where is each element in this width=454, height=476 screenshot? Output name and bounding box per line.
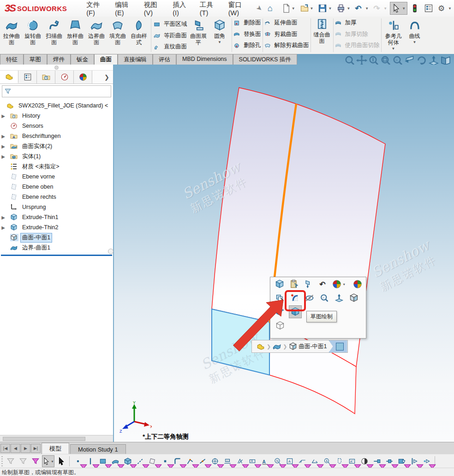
redo-button[interactable]: ↷▼ (371, 2, 389, 15)
pan-icon[interactable] (356, 55, 367, 64)
ribbon-button-删除面[interactable]: ×删除面 (233, 18, 261, 28)
filter-connection-points-button[interactable] (371, 456, 382, 467)
zoom-in-out-icon[interactable] (368, 55, 379, 64)
ribbon-button-剪裁曲面[interactable]: 剪裁曲面 (264, 29, 309, 40)
panel-bottom-scrollbar[interactable] (0, 435, 113, 442)
filter-edges-button[interactable] (84, 456, 96, 467)
filter-sketches-button[interactable] (172, 456, 183, 467)
previous-view-icon[interactable] (404, 55, 415, 64)
filter-solid-bodies-button[interactable] (122, 456, 133, 467)
command-tab-SOLIDWORKS 插件[interactable]: SOLIDWORKS 插件 (233, 54, 297, 65)
rotate-view-icon[interactable] (416, 55, 427, 64)
zoom-to-area-icon[interactable] (380, 55, 391, 64)
tree-item-材质 <未指定>[interactable]: 材质 <未指定> (0, 161, 113, 172)
tree-item-边界-曲面1[interactable]: 边界-曲面1 (0, 243, 113, 253)
select-lasso-button[interactable] (55, 456, 67, 467)
ribbon-button-解除剪裁曲面[interactable]: 解除剪裁曲面 (264, 40, 309, 51)
ribbon-button-自由样式[interactable]: 自由样式 (128, 18, 149, 46)
normal-to-icon[interactable] (428, 55, 439, 64)
tree-item-Sensors[interactable]: Sensors (0, 121, 113, 131)
pin-icon[interactable]: ➤ (255, 3, 264, 13)
tab-nav-next[interactable]: ▶ (21, 444, 30, 453)
task-pane-button[interactable] (422, 2, 435, 15)
filter-weld-symbols-button[interactable] (296, 456, 308, 467)
command-tab-草图[interactable]: 草图 (24, 54, 47, 65)
ribbon-button-延伸曲面[interactable]: 延伸曲面 (264, 18, 309, 28)
command-tab-直接编辑[interactable]: 直接编辑 (118, 54, 153, 65)
configurationmanager-tab[interactable] (37, 71, 55, 83)
expand-arrow-icon[interactable]: ▶ (0, 113, 6, 119)
tree-filter-input[interactable] (2, 85, 111, 97)
tree-item-Ebene vorne[interactable]: Ebene vorne (0, 172, 113, 182)
ribbon-button-直纹曲面[interactable]: 直纹曲面 (154, 42, 187, 52)
filter-annotations-button[interactable]: A (284, 456, 295, 467)
tree-item-曲面-中面1[interactable]: 曲面-中面1 (0, 232, 113, 243)
ribbon-button-填充曲面[interactable]: 填充曲面 (107, 18, 128, 46)
appearance-button[interactable]: ▼ (331, 278, 342, 290)
filter-surface-bodies-button[interactable] (109, 456, 121, 467)
filter-datum-targets-button[interactable] (408, 456, 420, 467)
tree-item-Ebene rechts[interactable]: Ebene rechts (0, 192, 113, 202)
ribbon-button-等距曲面[interactable]: 等距曲面 (154, 30, 187, 41)
select-arrow-button[interactable]: ▼ (390, 2, 407, 15)
command-tab-特征[interactable]: 特征 (0, 54, 24, 65)
ribbon-button-扫描曲面[interactable]: 扫描曲面 (43, 18, 65, 46)
filter-magnifier-notes-button[interactable]: N (271, 456, 283, 467)
filter-faces-button[interactable] (97, 456, 108, 467)
command-tab-焊件[interactable]: 焊件 (47, 54, 71, 65)
traffic-light-button[interactable] (408, 2, 421, 15)
edit-feature-button[interactable] (274, 278, 286, 290)
wireframe-button[interactable] (274, 320, 286, 332)
tree-item-曲面实体(2)[interactable]: ▶ 曲面实体(2) (0, 141, 113, 151)
ribbon-button-旋转曲面[interactable]: 旋转曲面 (22, 18, 43, 46)
tree-item-Beschriftungen[interactable]: ▶ A Beschriftungen (0, 131, 113, 141)
ribbon-button-拉伸曲面[interactable]: 拉伸曲面 (1, 18, 22, 46)
zoom-to-fit-icon[interactable] (344, 55, 355, 64)
expand-arrow-icon[interactable]: ▶ (0, 144, 6, 149)
open-button[interactable]: ▼ (298, 2, 316, 15)
save-button[interactable]: ▼ (316, 2, 334, 15)
filter-notes-button[interactable]: A (259, 456, 270, 467)
filter-surface-finish-button[interactable] (234, 456, 245, 467)
filter-routing-points-button[interactable] (383, 456, 395, 467)
ribbon-button-曲面展平[interactable]: 曲面展平 (188, 18, 209, 46)
rollback-bar[interactable] (1, 255, 112, 256)
zoom-to-selection-icon[interactable]: = (392, 55, 403, 64)
tree-item-History[interactable]: ▶ History (0, 111, 113, 121)
breadcrumb-face-segment[interactable] (329, 340, 347, 352)
filter-off-button[interactable] (5, 456, 16, 467)
filter-sketch-segments-button[interactable] (184, 456, 196, 467)
breadcrumb-feature[interactable]: 曲面-中面1 (287, 341, 329, 352)
display-style-icon[interactable] (440, 55, 451, 64)
view-orientation-button[interactable] (348, 292, 360, 304)
tab-model[interactable]: 模型 (42, 443, 69, 454)
breadcrumb-surface-body-icon[interactable] (271, 341, 283, 352)
ribbon-button-替换面[interactable]: 替换面 (233, 29, 261, 40)
dimxpertmanager-tab[interactable] (55, 71, 74, 83)
tab-motion-study[interactable]: Motion Study 1 (70, 444, 126, 454)
displaymanager-tab[interactable] (74, 71, 92, 83)
hide-body-button[interactable] (303, 278, 314, 290)
ribbon-button-边界曲面[interactable]: 边界曲面 (86, 18, 107, 46)
filter-center-marks-button[interactable] (209, 456, 221, 467)
graphics-viewport[interactable]: Senshow 新思诺软件 Senshow 新思诺软件 Senshow 新思诺软… (114, 65, 454, 442)
expand-arrow-icon[interactable]: ▶ (0, 215, 6, 220)
tree-item-Extrude-Thin1[interactable]: ▶ Extrude-Thin1 (0, 212, 113, 222)
new-document-button[interactable]: ▼ (280, 2, 297, 15)
undo-ctx-button[interactable]: ↶ (317, 278, 328, 290)
expand-arrow-icon[interactable]: ▶ (0, 154, 6, 159)
ribbon-button-曲线[interactable]: 曲线▼ (404, 18, 425, 44)
filter-annotation-views-button[interactable]: A° (346, 456, 358, 467)
filter-blocks-button[interactable] (396, 456, 407, 467)
filter-caterpillars-button[interactable] (309, 456, 320, 467)
propertymanager-tab[interactable] (18, 71, 37, 83)
filter-dowel-symbols-button[interactable] (421, 456, 432, 467)
filter-sketch-points-button[interactable] (159, 456, 171, 467)
print-button[interactable]: ▼ (335, 2, 352, 15)
filter-spot-welds-button[interactable] (334, 456, 345, 467)
command-tab-曲面[interactable]: 曲面 (94, 54, 118, 65)
panel-splitter-handle[interactable] (0, 65, 113, 71)
filter-magnifier-text-button[interactable]: A (321, 456, 333, 467)
ribbon-button-平面区域[interactable]: 平面区域 (154, 19, 187, 30)
ribbon-button-删除孔[interactable]: ×删除孔 (233, 40, 261, 51)
